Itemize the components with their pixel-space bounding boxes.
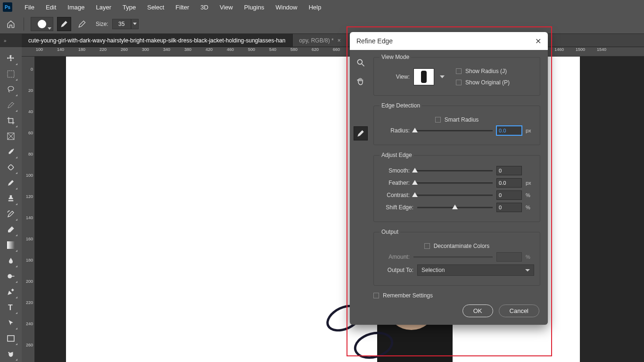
menu-file[interactable]: File bbox=[19, 2, 40, 13]
frame-tool-icon[interactable] bbox=[3, 129, 18, 144]
blur-tool-icon[interactable] bbox=[3, 253, 18, 268]
menu-plugins[interactable]: Plugins bbox=[239, 2, 270, 13]
radius-label: Radius: bbox=[380, 127, 410, 134]
show-radius-label: Show Radius (J) bbox=[465, 68, 507, 74]
feather-slider[interactable] bbox=[413, 179, 493, 187]
view-thumbnail[interactable] bbox=[413, 68, 434, 85]
marquee-tool-icon[interactable] bbox=[3, 66, 18, 82]
rectangle-tool-icon[interactable] bbox=[3, 331, 18, 346]
shift-edge-input[interactable] bbox=[496, 203, 522, 212]
path-select-tool-icon[interactable] bbox=[3, 315, 18, 330]
adjust-edge-group: Adjust Edge Smooth: Feather: px Contrast… bbox=[373, 152, 540, 222]
contrast-slider[interactable] bbox=[413, 191, 493, 199]
radius-input[interactable] bbox=[496, 126, 522, 135]
brush-size-dropdown[interactable] bbox=[131, 19, 139, 29]
feather-input[interactable] bbox=[496, 178, 522, 188]
hand-tool-icon[interactable] bbox=[354, 74, 368, 89]
svg-point-1 bbox=[8, 86, 14, 90]
quick-select-tool-icon[interactable] bbox=[3, 98, 18, 113]
app-logo: Ps bbox=[3, 2, 12, 12]
dodge-tool-icon[interactable] bbox=[3, 269, 18, 284]
menu-type[interactable]: Type bbox=[117, 2, 141, 13]
svg-rect-5 bbox=[8, 165, 14, 171]
eraser-tool-icon[interactable] bbox=[3, 222, 18, 237]
svg-line-12 bbox=[362, 64, 364, 66]
output-to-select[interactable]: Selection bbox=[417, 264, 534, 276]
refine-erase-brush-icon[interactable] bbox=[75, 17, 89, 31]
smooth-slider[interactable] bbox=[413, 167, 493, 174]
tab-title: cute-young-girl-with-dark-wavy-hairstyle… bbox=[28, 37, 286, 44]
edge-detection-group: Edge Detection Smart Radius Radius: px bbox=[373, 102, 540, 145]
cancel-button[interactable]: Cancel bbox=[499, 304, 539, 317]
remember-settings-checkbox[interactable] bbox=[373, 293, 379, 298]
close-tab-icon[interactable]: × bbox=[338, 37, 341, 44]
brush-size-input[interactable] bbox=[112, 19, 131, 29]
svg-rect-10 bbox=[8, 336, 14, 341]
adjust-edge-legend: Adjust Edge bbox=[380, 152, 414, 158]
eyedropper-tool-icon[interactable] bbox=[3, 144, 18, 159]
healing-tool-icon[interactable] bbox=[3, 160, 18, 175]
menu-select[interactable]: Select bbox=[141, 2, 170, 13]
brush-tool-icon[interactable] bbox=[3, 175, 18, 190]
move-tool-icon[interactable] bbox=[3, 51, 18, 66]
menu-view[interactable]: View bbox=[214, 2, 239, 13]
dialog-titlebar[interactable]: Refine Edge ✕ bbox=[350, 32, 548, 50]
gradient-tool-icon[interactable] bbox=[3, 238, 18, 253]
canvas-area[interactable] bbox=[35, 57, 644, 362]
amount-label: Amount: bbox=[380, 254, 410, 260]
smooth-input[interactable] bbox=[496, 166, 522, 175]
shift-edge-unit: % bbox=[526, 205, 534, 210]
amount-input bbox=[496, 252, 522, 262]
menu-bar: Ps File Edit Image Layer Type Select Fil… bbox=[0, 0, 644, 14]
amount-slider bbox=[413, 253, 493, 261]
view-dropdown-icon[interactable] bbox=[440, 75, 445, 78]
svg-point-7 bbox=[8, 274, 12, 279]
show-radius-checkbox[interactable] bbox=[456, 68, 462, 74]
remember-settings-label: Remember Settings bbox=[383, 292, 433, 299]
menu-layer[interactable]: Layer bbox=[91, 2, 117, 13]
type-tool-icon[interactable]: T bbox=[3, 300, 18, 315]
close-icon[interactable]: ✕ bbox=[535, 37, 541, 46]
dialog-title: Refine Edge bbox=[356, 37, 393, 45]
hand-tool-icon[interactable] bbox=[3, 346, 18, 362]
decontaminate-label: Decontaminate Colors bbox=[434, 243, 490, 249]
smart-radius-checkbox[interactable] bbox=[435, 117, 441, 123]
contrast-unit: % bbox=[526, 192, 534, 198]
tool-panel: T bbox=[0, 47, 22, 362]
show-original-checkbox[interactable] bbox=[456, 80, 462, 85]
smooth-label: Smooth: bbox=[380, 167, 410, 174]
decontaminate-checkbox[interactable] bbox=[424, 243, 430, 249]
contrast-label: Contrast: bbox=[380, 192, 410, 198]
feather-unit: px bbox=[526, 180, 534, 186]
zoom-tool-icon[interactable] bbox=[354, 56, 368, 70]
ruler-horizontal[interactable]: 100 140 180 220 260 300 340 380 420 460 … bbox=[22, 47, 644, 57]
refine-edge-dialog: Refine Edge ✕ View Mode View: Show Radiu… bbox=[350, 32, 548, 325]
menu-help[interactable]: Help bbox=[303, 2, 327, 13]
amount-unit: % bbox=[526, 254, 534, 260]
pen-tool-icon[interactable] bbox=[3, 284, 18, 299]
refine-add-brush-icon[interactable] bbox=[57, 17, 71, 31]
output-legend: Output bbox=[380, 229, 400, 235]
history-brush-tool-icon[interactable] bbox=[3, 206, 18, 222]
radius-slider[interactable] bbox=[413, 127, 493, 134]
menu-edit[interactable]: Edit bbox=[40, 2, 62, 13]
view-label: View: bbox=[380, 74, 410, 80]
stamp-tool-icon[interactable] bbox=[3, 191, 18, 206]
svg-rect-6 bbox=[7, 241, 15, 249]
contrast-input[interactable] bbox=[496, 190, 522, 200]
shift-edge-slider[interactable] bbox=[417, 204, 493, 211]
output-to-value: Selection bbox=[421, 267, 445, 273]
refine-brush-tool-icon[interactable] bbox=[354, 126, 368, 140]
home-icon[interactable] bbox=[5, 18, 17, 30]
ok-button[interactable]: OK bbox=[462, 304, 493, 317]
menu-window[interactable]: Window bbox=[270, 2, 303, 13]
lasso-tool-icon[interactable] bbox=[3, 82, 18, 97]
menu-3d[interactable]: 3D bbox=[195, 2, 214, 13]
menu-filter[interactable]: Filter bbox=[170, 2, 195, 13]
panel-expand-handle[interactable]: » bbox=[0, 34, 22, 47]
brush-preset-picker[interactable] bbox=[31, 17, 53, 31]
ruler-vertical[interactable]: 0 20 40 60 80 100 120 140 160 180 200 22… bbox=[22, 57, 35, 362]
tab-active[interactable]: cute-young-girl-with-dark-wavy-hairstyle… bbox=[22, 34, 293, 47]
menu-image[interactable]: Image bbox=[62, 2, 90, 13]
crop-tool-icon[interactable] bbox=[3, 113, 18, 128]
